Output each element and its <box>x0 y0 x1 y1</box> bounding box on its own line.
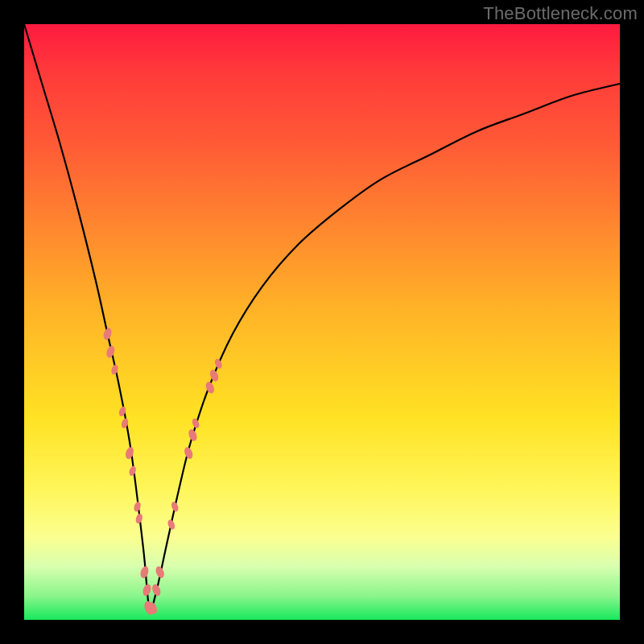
plot-area <box>24 24 620 620</box>
marker-point <box>191 418 200 430</box>
marker-point <box>155 565 166 579</box>
marker-point <box>208 369 220 382</box>
marker-point <box>167 518 176 530</box>
curve-markers <box>102 327 223 616</box>
marker-point <box>110 364 119 375</box>
marker-point <box>124 446 134 460</box>
marker-point <box>128 465 137 477</box>
chart-frame: TheBottleneck.com <box>0 0 644 644</box>
marker-point <box>139 565 150 579</box>
marker-point <box>134 513 143 524</box>
marker-point <box>187 428 198 442</box>
marker-point <box>151 583 162 597</box>
curve-layer <box>24 24 620 620</box>
marker-point <box>183 446 194 460</box>
marker-point <box>105 345 116 358</box>
bottleneck-curve <box>24 24 620 611</box>
marker-point <box>213 358 223 370</box>
marker-point <box>102 327 113 341</box>
marker-point <box>170 501 180 513</box>
marker-point <box>142 583 152 597</box>
watermark-text: TheBottleneck.com <box>483 3 638 24</box>
marker-point <box>133 501 142 512</box>
